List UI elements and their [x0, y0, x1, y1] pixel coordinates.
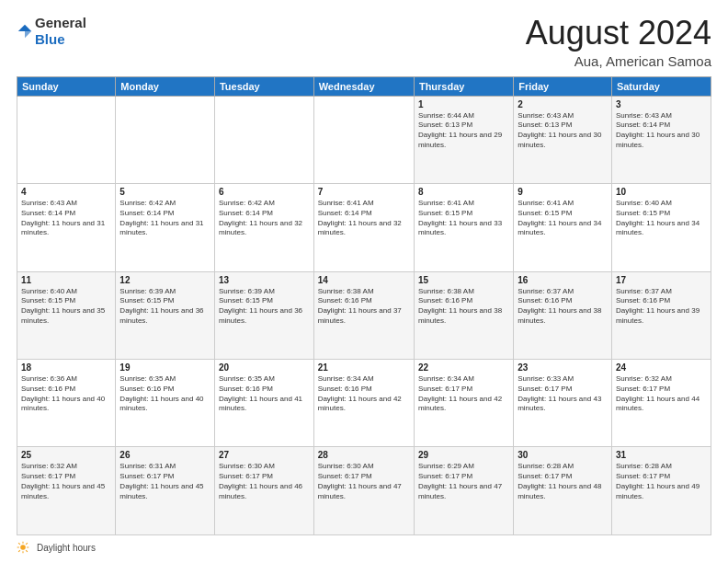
calendar-cell: 28Sunrise: 6:30 AM Sunset: 6:17 PM Dayli… [313, 447, 414, 535]
calendar-cell: 3Sunrise: 6:43 AM Sunset: 6:14 PM Daylig… [611, 96, 711, 183]
calendar-cell: 12Sunrise: 6:39 AM Sunset: 6:15 PM Dayli… [116, 271, 215, 359]
day-number: 6 [219, 187, 310, 197]
logo-blue: Blue [35, 31, 65, 47]
day-info: Sunrise: 6:32 AM Sunset: 6:17 PM Dayligh… [616, 374, 707, 414]
day-number: 4 [21, 187, 111, 197]
svg-line-8 [26, 550, 28, 552]
day-number: 17 [616, 275, 707, 285]
calendar-weekday-tuesday: Tuesday [214, 76, 313, 96]
day-number: 5 [119, 187, 210, 197]
calendar-week-row: 18Sunrise: 6:36 AM Sunset: 6:16 PM Dayli… [17, 360, 711, 447]
day-number: 10 [616, 187, 707, 197]
day-number: 12 [119, 275, 210, 285]
day-number: 11 [21, 275, 111, 285]
calendar-cell: 26Sunrise: 6:31 AM Sunset: 6:17 PM Dayli… [116, 447, 215, 535]
day-number: 15 [418, 275, 509, 285]
calendar-cell: 30Sunrise: 6:28 AM Sunset: 6:17 PM Dayli… [514, 447, 612, 535]
day-info: Sunrise: 6:35 AM Sunset: 6:16 PM Dayligh… [219, 374, 310, 414]
calendar-cell: 31Sunrise: 6:28 AM Sunset: 6:17 PM Dayli… [611, 447, 711, 535]
day-info: Sunrise: 6:30 AM Sunset: 6:17 PM Dayligh… [219, 462, 310, 501]
calendar-cell: 29Sunrise: 6:29 AM Sunset: 6:17 PM Dayli… [414, 447, 513, 535]
day-info: Sunrise: 6:29 AM Sunset: 6:17 PM Dayligh… [418, 462, 509, 501]
calendar-weekday-sunday: Sunday [17, 76, 116, 96]
day-info: Sunrise: 6:34 AM Sunset: 6:16 PM Dayligh… [318, 374, 410, 414]
day-info: Sunrise: 6:42 AM Sunset: 6:14 PM Dayligh… [219, 199, 310, 238]
calendar-cell: 1Sunrise: 6:44 AM Sunset: 6:13 PM Daylig… [414, 96, 513, 183]
day-info: Sunrise: 6:37 AM Sunset: 6:16 PM Dayligh… [616, 287, 707, 327]
calendar-cell [116, 96, 215, 183]
day-number: 21 [318, 362, 410, 373]
svg-line-7 [18, 543, 20, 545]
sun-icon [17, 541, 29, 554]
day-info: Sunrise: 6:34 AM Sunset: 6:17 PM Dayligh… [418, 374, 509, 414]
day-number: 23 [518, 362, 608, 373]
day-info: Sunrise: 6:31 AM Sunset: 6:17 PM Dayligh… [119, 462, 210, 501]
day-number: 22 [418, 362, 509, 373]
day-info: Sunrise: 6:32 AM Sunset: 6:17 PM Dayligh… [21, 462, 111, 501]
calendar-weekday-monday: Monday [116, 76, 215, 96]
calendar-week-row: 4Sunrise: 6:43 AM Sunset: 6:14 PM Daylig… [17, 184, 711, 271]
day-number: 18 [21, 362, 111, 373]
calendar-cell: 2Sunrise: 6:43 AM Sunset: 6:13 PM Daylig… [514, 96, 612, 183]
calendar-cell: 14Sunrise: 6:38 AM Sunset: 6:16 PM Dayli… [313, 271, 414, 359]
calendar-cell: 9Sunrise: 6:41 AM Sunset: 6:15 PM Daylig… [514, 184, 612, 271]
calendar-cell: 18Sunrise: 6:36 AM Sunset: 6:16 PM Dayli… [17, 360, 116, 447]
calendar-table: SundayMondayTuesdayWednesdayThursdayFrid… [17, 76, 711, 535]
day-info: Sunrise: 6:38 AM Sunset: 6:16 PM Dayligh… [418, 287, 509, 327]
calendar-cell: 15Sunrise: 6:38 AM Sunset: 6:16 PM Dayli… [414, 271, 513, 359]
calendar-weekday-thursday: Thursday [414, 76, 513, 96]
page: General Blue August 2024 Aua, American S… [0, 0, 728, 563]
calendar-cell [17, 96, 116, 183]
day-info: Sunrise: 6:40 AM Sunset: 6:15 PM Dayligh… [21, 287, 111, 327]
footer: Daylight hours [17, 541, 711, 554]
day-number: 20 [219, 362, 310, 373]
calendar-cell: 22Sunrise: 6:34 AM Sunset: 6:17 PM Dayli… [414, 360, 513, 447]
day-info: Sunrise: 6:41 AM Sunset: 6:15 PM Dayligh… [518, 199, 608, 238]
daylight-label: Daylight hours [37, 543, 96, 553]
svg-point-2 [20, 545, 26, 550]
location-title: Aua, American Samoa [526, 53, 711, 69]
day-info: Sunrise: 6:43 AM Sunset: 6:14 PM Dayligh… [616, 111, 707, 151]
day-info: Sunrise: 6:41 AM Sunset: 6:14 PM Dayligh… [318, 199, 410, 238]
calendar-cell: 21Sunrise: 6:34 AM Sunset: 6:16 PM Dayli… [313, 360, 414, 447]
day-number: 16 [518, 275, 608, 285]
svg-line-9 [26, 543, 28, 545]
day-number: 1 [418, 99, 509, 109]
day-number: 14 [318, 275, 410, 285]
day-number: 30 [518, 450, 608, 460]
day-number: 9 [518, 187, 608, 197]
day-info: Sunrise: 6:43 AM Sunset: 6:14 PM Dayligh… [21, 199, 111, 238]
calendar-cell: 24Sunrise: 6:32 AM Sunset: 6:17 PM Dayli… [611, 360, 711, 447]
day-number: 24 [616, 362, 707, 373]
calendar-cell: 19Sunrise: 6:35 AM Sunset: 6:16 PM Dayli… [116, 360, 215, 447]
day-number: 27 [219, 450, 310, 460]
calendar-week-row: 25Sunrise: 6:32 AM Sunset: 6:17 PM Dayli… [17, 447, 711, 535]
calendar-cell: 11Sunrise: 6:40 AM Sunset: 6:15 PM Dayli… [17, 271, 116, 359]
day-info: Sunrise: 6:28 AM Sunset: 6:17 PM Dayligh… [518, 462, 608, 501]
title-block: August 2024 Aua, American Samoa [526, 15, 711, 69]
day-info: Sunrise: 6:39 AM Sunset: 6:15 PM Dayligh… [119, 287, 210, 327]
day-info: Sunrise: 6:42 AM Sunset: 6:14 PM Dayligh… [119, 199, 210, 238]
day-info: Sunrise: 6:37 AM Sunset: 6:16 PM Dayligh… [518, 287, 608, 327]
day-info: Sunrise: 6:43 AM Sunset: 6:13 PM Dayligh… [518, 111, 608, 151]
day-info: Sunrise: 6:44 AM Sunset: 6:13 PM Dayligh… [418, 111, 509, 151]
day-info: Sunrise: 6:30 AM Sunset: 6:17 PM Dayligh… [318, 462, 410, 501]
calendar-cell: 25Sunrise: 6:32 AM Sunset: 6:17 PM Dayli… [17, 447, 116, 535]
day-number: 7 [318, 187, 410, 197]
month-title: August 2024 [526, 15, 711, 52]
day-number: 28 [318, 450, 410, 460]
calendar-cell: 16Sunrise: 6:37 AM Sunset: 6:16 PM Dayli… [514, 271, 612, 359]
day-number: 19 [119, 362, 210, 373]
calendar-cell: 8Sunrise: 6:41 AM Sunset: 6:15 PM Daylig… [414, 184, 513, 271]
calendar-cell: 10Sunrise: 6:40 AM Sunset: 6:15 PM Dayli… [611, 184, 711, 271]
calendar-cell: 17Sunrise: 6:37 AM Sunset: 6:16 PM Dayli… [611, 271, 711, 359]
calendar-weekday-saturday: Saturday [611, 76, 711, 96]
calendar-header-row: SundayMondayTuesdayWednesdayThursdayFrid… [17, 76, 711, 96]
calendar-cell: 20Sunrise: 6:35 AM Sunset: 6:16 PM Dayli… [214, 360, 313, 447]
calendar-cell: 27Sunrise: 6:30 AM Sunset: 6:17 PM Dayli… [214, 447, 313, 535]
calendar-cell: 7Sunrise: 6:41 AM Sunset: 6:14 PM Daylig… [313, 184, 414, 271]
calendar-cell [214, 96, 313, 183]
day-number: 3 [616, 99, 707, 109]
day-number: 2 [518, 99, 608, 109]
calendar-cell: 13Sunrise: 6:39 AM Sunset: 6:15 PM Dayli… [214, 271, 313, 359]
